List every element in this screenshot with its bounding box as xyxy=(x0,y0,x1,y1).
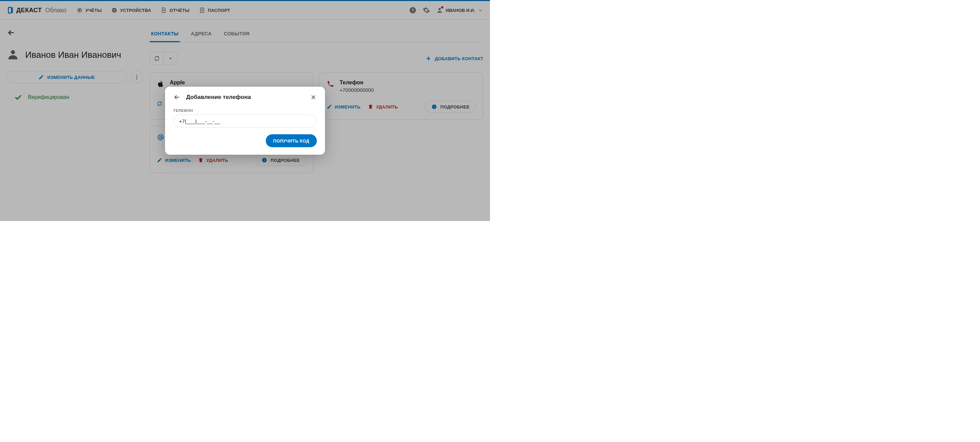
modal-title: Добавление телефона xyxy=(186,94,305,101)
get-code-button[interactable]: ПОЛУЧИТЬ КОД xyxy=(266,134,317,147)
modal-back-button[interactable] xyxy=(173,93,181,101)
modal-close-button[interactable] xyxy=(310,94,317,101)
add-phone-modal: Добавление телефона ТЕЛЕФОН ПОЛУЧИТЬ КОД xyxy=(165,87,325,155)
modal-scrim[interactable]: Добавление телефона ТЕЛЕФОН ПОЛУЧИТЬ КОД xyxy=(0,0,490,221)
phone-input[interactable] xyxy=(173,114,317,127)
phone-field-label: ТЕЛЕФОН xyxy=(173,108,317,112)
